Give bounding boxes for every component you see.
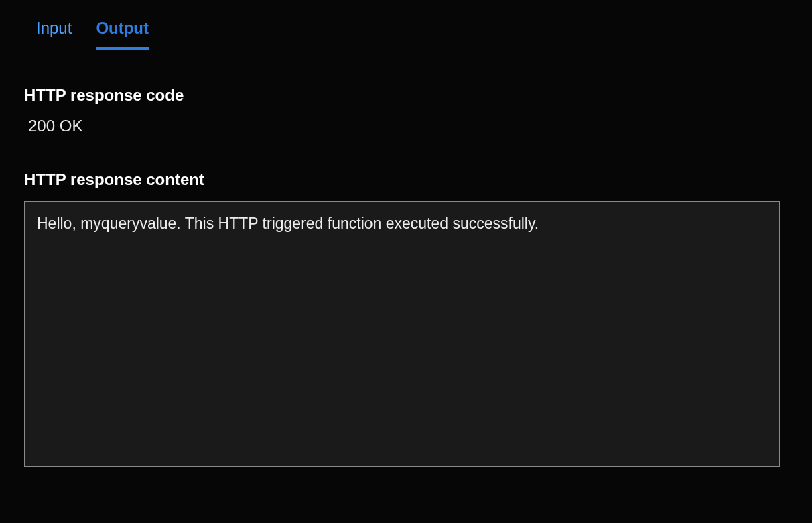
tab-input[interactable]: Input: [36, 19, 72, 50]
tab-output[interactable]: Output: [96, 19, 149, 50]
output-panel: Input Output HTTP response code 200 OK H…: [0, 0, 812, 469]
tab-bar: Input Output: [24, 19, 788, 50]
response-code-label: HTTP response code: [24, 86, 788, 105]
response-content-label: HTTP response content: [24, 170, 788, 189]
response-code-value: 200 OK: [24, 117, 788, 135]
response-content-textarea[interactable]: [24, 201, 780, 467]
